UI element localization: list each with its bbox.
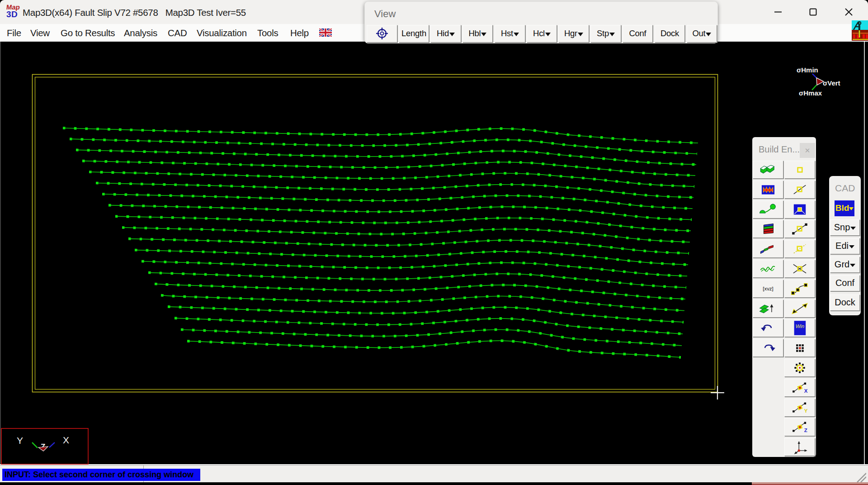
svg-text:X: X <box>63 435 69 445</box>
svg-text:Y: Y <box>17 435 23 446</box>
svg-text:σVert: σVert <box>823 79 840 87</box>
svg-text:σHmax: σHmax <box>799 89 822 97</box>
svg-text:σHmin: σHmin <box>797 66 818 74</box>
